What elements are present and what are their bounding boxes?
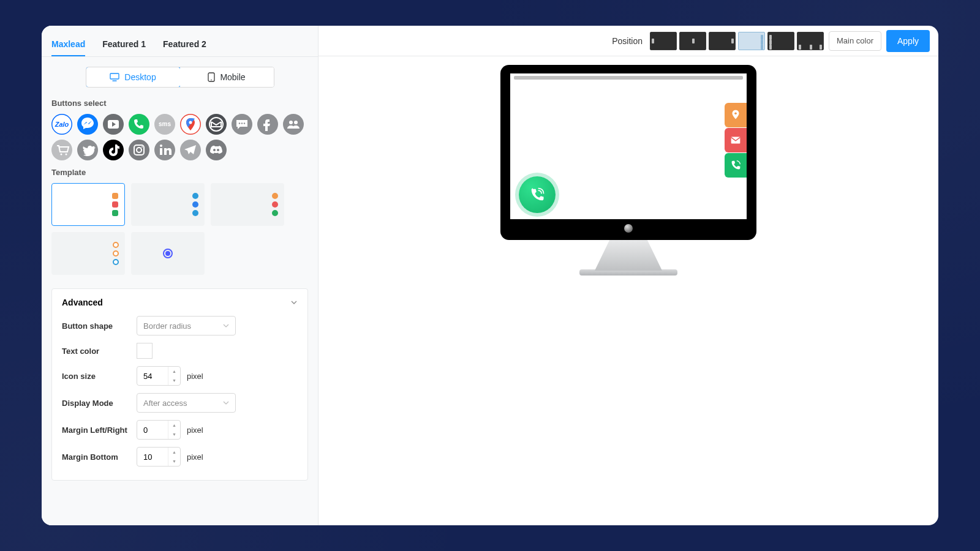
chevron-down-icon (290, 299, 298, 306)
channel-tiktok-icon[interactable] (103, 140, 124, 160)
device-mobile[interactable]: Mobile (180, 67, 274, 87)
float-location-button[interactable] (725, 103, 747, 127)
svg-point-17 (141, 146, 143, 148)
channel-group-icon[interactable] (283, 114, 304, 135)
desktop-icon (110, 73, 119, 81)
channel-instagram-icon[interactable] (129, 140, 149, 160)
position-bottom-right[interactable] (709, 32, 736, 50)
sidebar: Maxlead Featured 1 Featured 2 Desktop Mo… (42, 26, 318, 525)
phone-icon (529, 186, 546, 203)
unit-pixel: pixel (187, 425, 203, 435)
input-margin-bottom[interactable]: 10 ▲▼ (137, 447, 181, 467)
apply-button[interactable]: Apply (886, 30, 930, 52)
mobile-icon (208, 72, 215, 82)
imac-screen (500, 65, 756, 240)
label-button-shape: Button shape (62, 321, 137, 331)
select-display-mode[interactable]: After access (137, 393, 236, 413)
input-margin-lr[interactable]: 0 ▲▼ (137, 420, 181, 440)
template-5[interactable] (131, 232, 205, 275)
channel-icons: Zalosms (51, 114, 308, 160)
position-bottom-left[interactable] (650, 32, 677, 50)
channel-sms-icon[interactable]: sms (154, 114, 175, 135)
preview-area (318, 56, 938, 525)
select-button-shape[interactable]: Border radius (137, 316, 236, 335)
swatch-text-color[interactable] (137, 343, 153, 359)
channel-youtube-icon[interactable] (103, 114, 124, 135)
channel-messenger-icon[interactable] (77, 114, 98, 135)
channel-chat-icon[interactable] (232, 114, 252, 135)
buttons-select-label: Buttons select (51, 99, 308, 108)
svg-point-6 (189, 121, 192, 124)
position-bottom-center[interactable] (679, 32, 706, 50)
channel-cart-icon[interactable] (51, 140, 72, 160)
svg-point-20 (734, 112, 737, 114)
browser-urlbar (514, 76, 743, 80)
channel-linkedin-icon[interactable] (154, 140, 175, 160)
position-middle-left[interactable] (767, 32, 794, 50)
unit-pixel: pixel (187, 452, 203, 462)
channel-zalo-icon[interactable]: Zalo (51, 114, 72, 135)
svg-point-2 (211, 80, 213, 81)
spinner[interactable]: ▲▼ (168, 367, 180, 385)
device-desktop-label: Desktop (124, 72, 156, 82)
row-margin-bottom: Margin Bottom 10 ▲▼ pixel (62, 447, 298, 467)
channel-facebook-icon[interactable] (257, 114, 278, 135)
imac-viewport (510, 73, 747, 219)
device-desktop[interactable]: Desktop (86, 67, 181, 88)
svg-text:Zalo: Zalo (55, 121, 69, 128)
float-mail-button[interactable] (725, 128, 747, 152)
row-display-mode: Display Mode After access (62, 393, 298, 413)
call-bubble[interactable] (519, 176, 556, 213)
template-label: Template (51, 168, 308, 177)
spinner[interactable]: ▲▼ (168, 421, 180, 439)
select-button-shape-value: Border radius (143, 321, 191, 331)
svg-point-13 (61, 154, 62, 156)
svg-rect-21 (731, 137, 741, 144)
template-1[interactable] (51, 183, 125, 226)
floating-buttons-stack (725, 103, 747, 178)
label-icon-size: Icon size (62, 372, 137, 381)
label-display-mode: Display Mode (62, 399, 137, 408)
tab-bar: Maxlead Featured 1 Featured 2 (42, 39, 318, 57)
template-3[interactable] (211, 183, 284, 226)
imac-preview (500, 65, 756, 276)
unit-pixel: pixel (187, 372, 203, 381)
template-2[interactable] (131, 183, 205, 226)
row-text-color: Text color (62, 343, 298, 359)
label-text-color: Text color (62, 347, 137, 356)
svg-point-16 (137, 148, 141, 152)
channel-phone-icon[interactable] (129, 114, 149, 135)
channel-email-icon[interactable] (206, 114, 227, 135)
device-switch: Desktop Mobile (86, 67, 274, 88)
advanced-title: Advanced (62, 298, 103, 307)
svg-point-8 (239, 122, 240, 124)
svg-point-12 (294, 121, 298, 124)
advanced-header[interactable]: Advanced (62, 298, 298, 307)
channel-telegram-icon[interactable] (180, 140, 201, 160)
float-phone-button[interactable] (725, 153, 747, 178)
input-margin-bottom-value: 10 (143, 452, 152, 462)
input-icon-size[interactable]: 54 ▲▼ (137, 366, 181, 386)
main-color-button[interactable]: Main color (829, 31, 881, 51)
advanced-panel: Advanced Button shape Border radius Text… (51, 288, 308, 481)
spinner[interactable]: ▲▼ (168, 448, 180, 466)
tab-featured-2[interactable]: Featured 2 (163, 39, 206, 56)
svg-point-19 (160, 144, 162, 147)
device-mobile-label: Mobile (220, 72, 245, 82)
chevron-down-icon (223, 400, 229, 406)
channel-maps-icon[interactable] (180, 114, 201, 135)
label-margin-bottom: Margin Bottom (62, 452, 137, 462)
select-display-mode-value: After access (143, 399, 187, 408)
row-margin-lr: Margin Left/Right 0 ▲▼ pixel (62, 420, 298, 440)
channel-discord-icon[interactable] (206, 140, 227, 160)
svg-point-9 (241, 122, 243, 124)
position-label: Position (612, 36, 643, 46)
position-middle-right[interactable] (738, 32, 765, 50)
tab-maxlead[interactable]: Maxlead (51, 39, 85, 56)
topbar: Position Main color Apply (318, 26, 938, 56)
svg-text:sms: sms (159, 121, 171, 127)
channel-twitter-icon[interactable] (77, 140, 98, 160)
template-4[interactable] (51, 232, 125, 275)
position-spread[interactable] (797, 32, 824, 50)
tab-featured-1[interactable]: Featured 1 (102, 39, 146, 56)
